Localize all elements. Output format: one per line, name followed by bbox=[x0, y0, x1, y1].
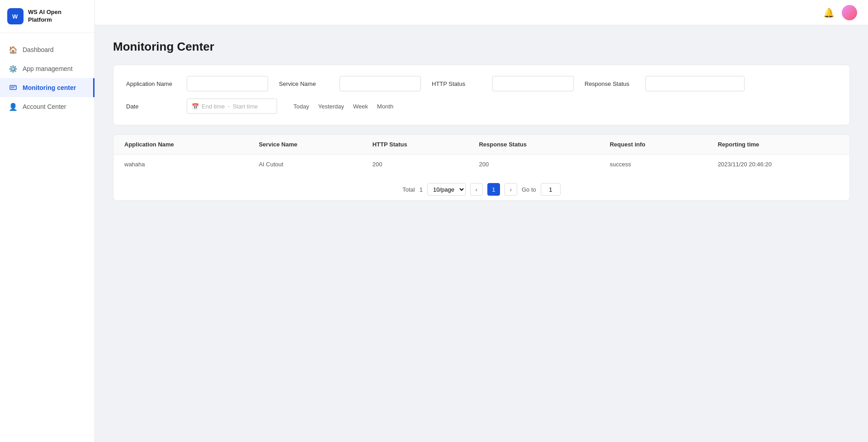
cell-reporting-time: 2023/11/20 20:46:20 bbox=[707, 155, 849, 174]
sidebar-item-label: App management bbox=[23, 65, 73, 72]
calendar-icon: 📅 bbox=[192, 103, 199, 110]
sidebar-item-dashboard[interactable]: 🏠 Dashboard bbox=[0, 40, 94, 59]
date-separator: - bbox=[227, 102, 230, 110]
table-header: Application Name Service Name HTTP Statu… bbox=[113, 135, 849, 155]
shortcut-month[interactable]: Month bbox=[375, 102, 395, 111]
date-end-placeholder: End time bbox=[202, 103, 225, 110]
response-status-input[interactable] bbox=[645, 76, 745, 91]
notification-bell-icon[interactable]: 🔔 bbox=[823, 7, 835, 18]
shortcut-today[interactable]: Today bbox=[292, 102, 311, 111]
table-row: wahaha AI Cutout 200 200 success 2023/11… bbox=[113, 155, 849, 174]
page-title: Monitoring Center bbox=[113, 40, 850, 54]
prev-page-button[interactable]: ‹ bbox=[470, 183, 483, 196]
filter-row-1: Application Name Service Name HTTP Statu… bbox=[126, 76, 837, 91]
svg-text:W: W bbox=[12, 13, 18, 20]
pagination: Total 1 10/page 20/page 50/page ‹ 1 › Go… bbox=[113, 174, 849, 200]
date-picker[interactable]: 📅 End time - Start time bbox=[187, 99, 277, 114]
sidebar-item-label: Account Center bbox=[23, 103, 66, 110]
sidebar-logo: W WS AI OpenPlatform bbox=[0, 0, 94, 33]
cell-service-name: AI Cutout bbox=[248, 155, 361, 174]
data-table: Application Name Service Name HTTP Statu… bbox=[113, 135, 849, 174]
table-body: wahaha AI Cutout 200 200 success 2023/11… bbox=[113, 155, 849, 174]
cell-request-info: success bbox=[599, 155, 707, 174]
monitor-icon bbox=[9, 84, 17, 92]
avatar[interactable] bbox=[842, 5, 857, 20]
shortcut-yesterday[interactable]: Yesterday bbox=[316, 102, 346, 111]
filter-card: Application Name Service Name HTTP Statu… bbox=[113, 65, 850, 125]
col-application-name: Application Name bbox=[113, 135, 248, 155]
cell-http-status: 200 bbox=[362, 155, 468, 174]
sidebar-item-app-management[interactable]: ⚙️ App management bbox=[0, 59, 94, 78]
col-reporting-time: Reporting time bbox=[707, 135, 849, 155]
sidebar-nav: 🏠 Dashboard ⚙️ App management Monitoring… bbox=[0, 33, 94, 442]
service-name-input[interactable] bbox=[340, 76, 421, 91]
gear-icon: ⚙️ bbox=[9, 65, 17, 73]
shortcut-week[interactable]: Week bbox=[351, 102, 370, 111]
home-icon: 🏠 bbox=[9, 46, 17, 54]
application-name-label: Application Name bbox=[126, 80, 176, 87]
page-body: Monitoring Center Application Name Servi… bbox=[95, 25, 868, 442]
cell-response-status: 200 bbox=[468, 155, 599, 174]
logo-icon: W bbox=[7, 8, 24, 24]
filter-row-2: Date 📅 End time - Start time Today Yeste… bbox=[126, 99, 837, 114]
svg-rect-2 bbox=[10, 85, 16, 89]
page-size-select[interactable]: 10/page 20/page 50/page bbox=[427, 183, 466, 196]
sidebar: W WS AI OpenPlatform 🏠 Dashboard ⚙️ App … bbox=[0, 0, 95, 442]
col-request-info: Request info bbox=[599, 135, 707, 155]
http-status-input[interactable] bbox=[492, 76, 574, 91]
main-content: 🔔 Monitoring Center Application Name Ser… bbox=[95, 0, 868, 442]
sidebar-item-label: Monitoring center bbox=[23, 84, 76, 91]
cell-application-name: wahaha bbox=[113, 155, 248, 174]
topbar: 🔔 bbox=[95, 0, 868, 25]
next-page-button[interactable]: › bbox=[505, 183, 517, 196]
goto-input[interactable] bbox=[541, 183, 561, 196]
total-label: Total bbox=[402, 186, 415, 193]
sidebar-item-monitoring-center[interactable]: Monitoring center bbox=[0, 78, 94, 97]
col-response-status: Response Status bbox=[468, 135, 599, 155]
date-label: Date bbox=[126, 103, 176, 110]
service-name-label: Service Name bbox=[279, 80, 329, 87]
http-status-label: HTTP Status bbox=[432, 80, 481, 87]
user-icon: 👤 bbox=[9, 103, 17, 111]
date-start-placeholder: Start time bbox=[233, 103, 258, 110]
application-name-input[interactable] bbox=[187, 76, 268, 91]
sidebar-item-account-center[interactable]: 👤 Account Center bbox=[0, 97, 94, 116]
page-1-button[interactable]: 1 bbox=[487, 183, 500, 196]
total-count: 1 bbox=[420, 186, 423, 193]
logo-text: WS AI OpenPlatform bbox=[28, 9, 61, 24]
response-status-label: Response Status bbox=[585, 80, 634, 87]
goto-label: Go to bbox=[522, 186, 536, 193]
sidebar-item-label: Dashboard bbox=[23, 46, 54, 53]
col-http-status: HTTP Status bbox=[362, 135, 468, 155]
date-shortcuts: Today Yesterday Week Month bbox=[292, 102, 395, 111]
col-service-name: Service Name bbox=[248, 135, 361, 155]
table-card: Application Name Service Name HTTP Statu… bbox=[113, 134, 850, 201]
